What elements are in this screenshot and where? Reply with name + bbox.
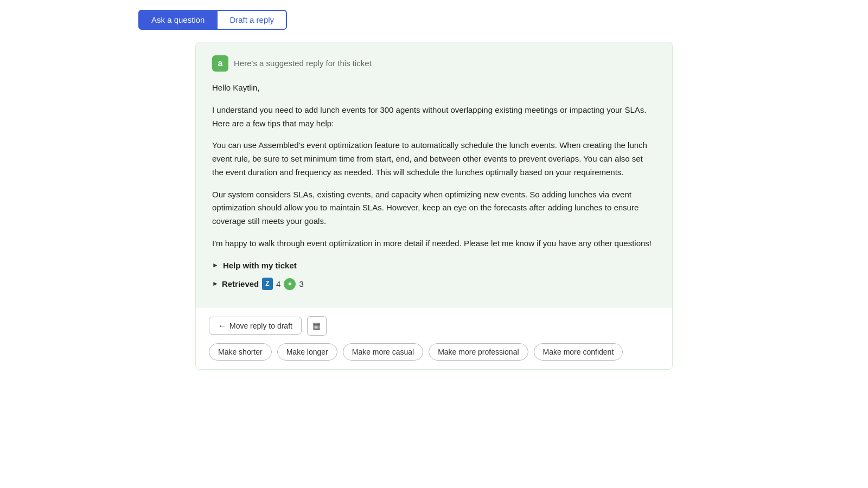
page-container: Ask a question Draft a reply a Here's a … xyxy=(0,0,868,488)
greeting-paragraph: Hello Kaytlin, xyxy=(212,81,656,95)
tab-ask-question[interactable]: Ask a question xyxy=(138,10,218,30)
zendesk-badge: Z xyxy=(262,278,273,290)
tab-draft-reply[interactable]: Draft a reply xyxy=(218,10,287,30)
zendesk-count: 4 xyxy=(276,278,280,291)
collapsible-help[interactable]: ► Help with my ticket xyxy=(212,259,656,272)
make-shorter-button[interactable]: Make shorter xyxy=(209,343,272,361)
make-confident-button[interactable]: Make more confident xyxy=(534,343,623,361)
chevron-right-icon: ► xyxy=(212,260,219,271)
main-card: a Here's a suggested reply for this tick… xyxy=(195,42,673,370)
reply-content: Hello Kaytlin, I understand you need to … xyxy=(212,81,656,251)
assembled-count: 3 xyxy=(299,278,303,291)
card-header-text: Here's a suggested reply for this ticket xyxy=(234,57,372,70)
move-reply-to-draft-button[interactable]: ← Move reply to draft xyxy=(209,317,302,335)
chevron-right-icon-2: ► xyxy=(212,279,219,289)
intro-paragraph: I understand you need to add lunch event… xyxy=(212,104,656,131)
card-header: a Here's a suggested reply for this tick… xyxy=(212,55,656,72)
footer-bottom: Make shorter Make longer Make more casua… xyxy=(209,343,659,361)
sla-paragraph: Our system considers SLAs, existing even… xyxy=(212,188,656,228)
footer-top: ← Move reply to draft ▦ xyxy=(209,316,659,336)
card-footer: ← Move reply to draft ▦ Make shorter Mak… xyxy=(196,307,672,369)
assembled-icon: a xyxy=(212,55,228,72)
help-label: Help with my ticket xyxy=(223,259,297,272)
copy-icon-button[interactable]: ▦ xyxy=(307,316,327,336)
collapsible-retrieved[interactable]: ► Retrieved Z 4 ● 3 xyxy=(212,278,656,291)
make-casual-button[interactable]: Make more casual xyxy=(343,343,423,361)
make-longer-button[interactable]: Make longer xyxy=(277,343,337,361)
card-body: a Here's a suggested reply for this tick… xyxy=(196,42,672,307)
back-arrow-icon: ← xyxy=(218,321,226,330)
retrieved-label: Retrieved xyxy=(222,278,259,291)
make-professional-button[interactable]: Make more professional xyxy=(429,343,528,361)
copy-icon: ▦ xyxy=(312,320,321,331)
tip-paragraph: You can use Assembled's event optimizati… xyxy=(212,139,656,179)
tab-bar: Ask a question Draft a reply xyxy=(138,10,287,30)
assembled-badge: ● xyxy=(284,278,296,290)
move-draft-label: Move reply to draft xyxy=(229,322,292,330)
closing-paragraph: I'm happy to walk through event optimiza… xyxy=(212,237,656,251)
